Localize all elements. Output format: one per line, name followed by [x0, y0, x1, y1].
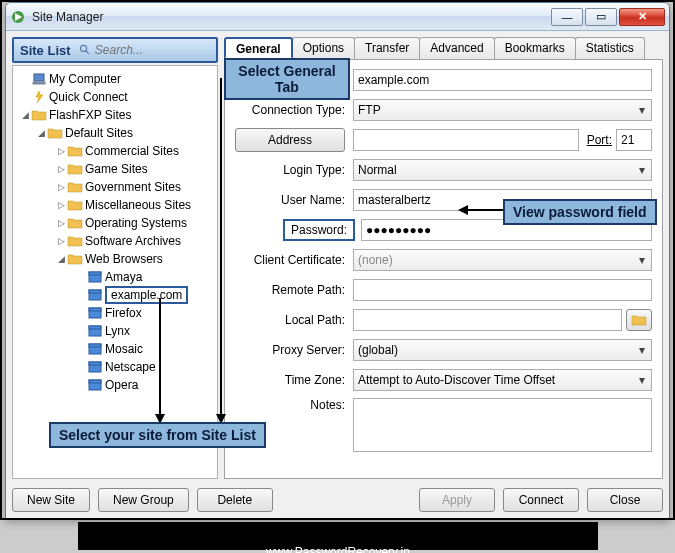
right-panel: GeneralOptionsTransferAdvancedBookmarksS… — [224, 37, 663, 479]
local-path-input[interactable] — [353, 309, 622, 331]
expander-icon[interactable]: ▷ — [55, 182, 67, 192]
maximize-button[interactable]: ▭ — [585, 8, 617, 26]
tree-node-commercial-sites[interactable]: ▷Commercial Sites — [15, 142, 215, 160]
timezone-select[interactable]: Attempt to Auto-Discover Time Offset — [353, 369, 652, 391]
svg-marker-20 — [458, 205, 468, 215]
tree-node-my-computer[interactable]: My Computer — [15, 70, 215, 88]
tree-node-operating-systems[interactable]: ▷Operating Systems — [15, 214, 215, 232]
tab-advanced[interactable]: Advanced — [419, 37, 494, 59]
expander-icon[interactable]: ▷ — [55, 146, 67, 156]
tree-node-flashfxp-sites[interactable]: ◢FlashFXP Sites — [15, 106, 215, 124]
site-tree[interactable]: My ComputerQuick Connect◢FlashFXP Sites◢… — [12, 65, 218, 479]
svg-rect-4 — [33, 82, 45, 84]
folder-icon — [31, 108, 47, 122]
proxy-label: Proxy Server: — [235, 343, 353, 357]
close-window-button[interactable]: ✕ — [619, 8, 665, 26]
left-panel: Site List My ComputerQuick Connect◢Flash… — [12, 37, 218, 479]
tree-node-example-com[interactable]: example.com — [15, 286, 215, 304]
arrow-site-1 — [152, 298, 168, 424]
proxy-select[interactable]: (global) — [353, 339, 652, 361]
tab-options[interactable]: Options — [292, 37, 355, 59]
tree-node-mosaic[interactable]: Mosaic — [15, 340, 215, 358]
login-type-label: Login Type: — [235, 163, 353, 177]
tree-node-label: Netscape — [105, 360, 156, 374]
arrow-site-2 — [213, 78, 229, 424]
tree-node-label: example.com — [105, 286, 188, 304]
tree-node-label: Amaya — [105, 270, 142, 284]
folder-icon — [67, 216, 83, 230]
connection-type-label: Connection Type: — [235, 103, 353, 117]
tree-node-web-browsers[interactable]: ◢Web Browsers — [15, 250, 215, 268]
address-button[interactable]: Address — [235, 128, 345, 152]
tree-node-software-archives[interactable]: ▷Software Archives — [15, 232, 215, 250]
expander-icon[interactable]: ▷ — [55, 236, 67, 246]
site-name-input[interactable] — [353, 69, 652, 91]
delete-button[interactable]: Delete — [197, 488, 273, 512]
footer-banner: www.PasswordRecovery.in — [78, 522, 598, 550]
expander-icon[interactable]: ◢ — [35, 128, 47, 138]
svg-rect-18 — [89, 380, 101, 383]
expander-icon[interactable]: ▷ — [55, 164, 67, 174]
apply-button[interactable]: Apply — [419, 488, 495, 512]
folder-icon — [67, 180, 83, 194]
expander-icon[interactable]: ◢ — [55, 254, 67, 264]
tab-transfer[interactable]: Transfer — [354, 37, 420, 59]
tree-node-miscellaneous-sites[interactable]: ▷Miscellaneous Sites — [15, 196, 215, 214]
client-cert-select[interactable]: (none) — [353, 249, 652, 271]
tree-node-label: Lynx — [105, 324, 130, 338]
timezone-label: Time Zone: — [235, 373, 353, 387]
user-name-label: User Name: — [235, 193, 353, 207]
tree-node-label: Commercial Sites — [85, 144, 179, 158]
expander-icon[interactable]: ◢ — [19, 110, 31, 120]
login-type-select[interactable]: Normal — [353, 159, 652, 181]
annotation-view-password: View password field — [503, 199, 657, 225]
folder-icon — [47, 126, 63, 140]
folder-icon — [67, 252, 83, 266]
port-input[interactable] — [616, 129, 652, 151]
minimize-button[interactable]: — — [551, 8, 583, 26]
quick-icon — [31, 90, 47, 104]
tree-node-firefox[interactable]: Firefox — [15, 304, 215, 322]
folder-icon — [67, 144, 83, 158]
notes-label: Notes: — [235, 398, 353, 412]
site-icon — [87, 378, 103, 392]
tree-node-government-sites[interactable]: ▷Government Sites — [15, 178, 215, 196]
tree-node-label: FlashFXP Sites — [49, 108, 131, 122]
tree-node-opera[interactable]: Opera — [15, 376, 215, 394]
connection-type-select[interactable]: FTP — [353, 99, 652, 121]
site-icon — [87, 342, 103, 356]
tree-node-label: Web Browsers — [85, 252, 163, 266]
tree-node-amaya[interactable]: Amaya — [15, 268, 215, 286]
connect-button[interactable]: Connect — [503, 488, 579, 512]
browse-local-path-button[interactable] — [626, 309, 652, 331]
tree-node-label: Quick Connect — [49, 90, 128, 104]
tab-general[interactable]: General — [224, 37, 293, 59]
tab-statistics[interactable]: Statistics — [575, 37, 645, 59]
tab-general-panel: Connection Type: FTP Address Port: Login… — [224, 59, 663, 479]
expander-icon[interactable]: ▷ — [55, 218, 67, 228]
site-list-header: Site List — [12, 37, 218, 63]
close-button[interactable]: Close — [587, 488, 663, 512]
tree-node-quick-connect[interactable]: Quick Connect — [15, 88, 215, 106]
search-box[interactable] — [79, 43, 210, 57]
folder-icon — [67, 198, 83, 212]
tree-node-lynx[interactable]: Lynx — [15, 322, 215, 340]
app-icon — [10, 9, 26, 25]
address-input[interactable] — [353, 129, 579, 151]
tree-node-game-sites[interactable]: ▷Game Sites — [15, 160, 215, 178]
new-site-button[interactable]: New Site — [12, 488, 90, 512]
password-label: Password: — [283, 219, 355, 241]
folder-icon — [67, 162, 83, 176]
tree-node-default-sites[interactable]: ◢Default Sites — [15, 124, 215, 142]
remote-path-input[interactable] — [353, 279, 652, 301]
tab-bookmarks[interactable]: Bookmarks — [494, 37, 576, 59]
new-group-button[interactable]: New Group — [98, 488, 189, 512]
search-input[interactable] — [95, 43, 210, 57]
client-cert-label: Client Certificate: — [235, 253, 353, 267]
tree-node-label: My Computer — [49, 72, 121, 86]
computer-icon — [31, 72, 47, 86]
tree-node-netscape[interactable]: Netscape — [15, 358, 215, 376]
notes-textarea[interactable] — [353, 398, 652, 452]
expander-icon[interactable]: ▷ — [55, 200, 67, 210]
site-icon — [87, 270, 103, 284]
